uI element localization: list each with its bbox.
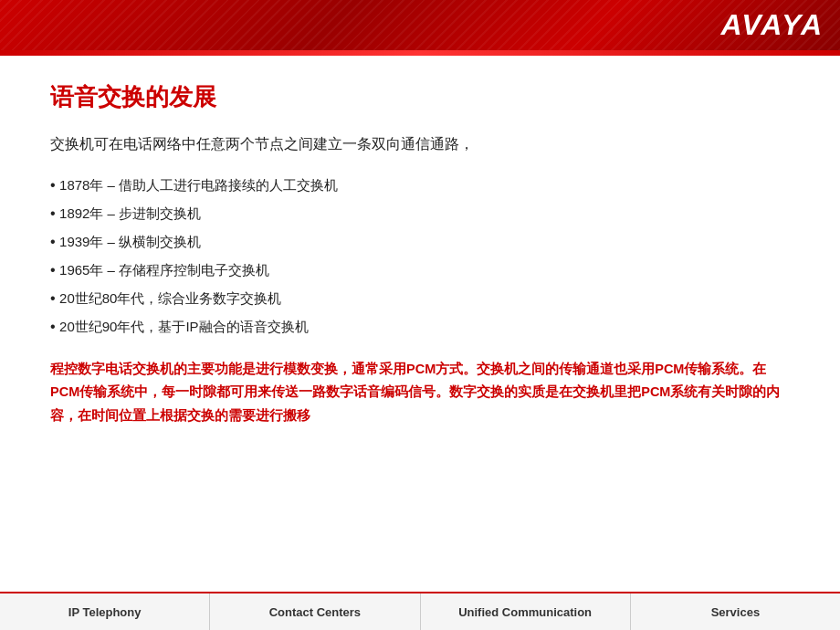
- intro-text: 交换机可在电话网络中任意两个节点之间建立一条双向通信通路，: [50, 133, 790, 156]
- list-item: 20世纪80年代，综合业务数字交换机: [50, 288, 790, 310]
- footer-item[interactable]: Contact Centers: [210, 593, 420, 630]
- footer-item[interactable]: IP Telephony: [0, 593, 210, 630]
- avaya-logo: AVAYA: [720, 8, 824, 42]
- highlight-text: 程控数字电话交换机的主要功能是进行模数变换，通常采用PCM方式。交换机之间的传输…: [50, 358, 790, 427]
- list-item: 1939年 – 纵横制交换机: [50, 231, 790, 253]
- list-item: 1878年 – 借助人工进行电路接续的人工交换机: [50, 174, 790, 196]
- footer: IP TelephonyContact CentersUnified Commu…: [0, 592, 840, 630]
- footer-item[interactable]: Services: [631, 593, 840, 630]
- bullet-list: 1878年 – 借助人工进行电路接续的人工交换机1892年 – 步进制交换机19…: [50, 174, 790, 338]
- page-title: 语音交换的发展: [50, 81, 790, 113]
- header-decoration: [0, 0, 840, 50]
- main-content: 语音交换的发展 交换机可在电话网络中任意两个节点之间建立一条双向通信通路， 18…: [0, 56, 840, 592]
- list-item: 20世纪90年代，基于IP融合的语音交换机: [50, 316, 790, 338]
- footer-item[interactable]: Unified Communication: [421, 593, 631, 630]
- list-item: 1965年 – 存储程序控制电子交换机: [50, 259, 790, 281]
- list-item: 1892年 – 步进制交换机: [50, 203, 790, 225]
- header: AVAYA: [0, 0, 840, 50]
